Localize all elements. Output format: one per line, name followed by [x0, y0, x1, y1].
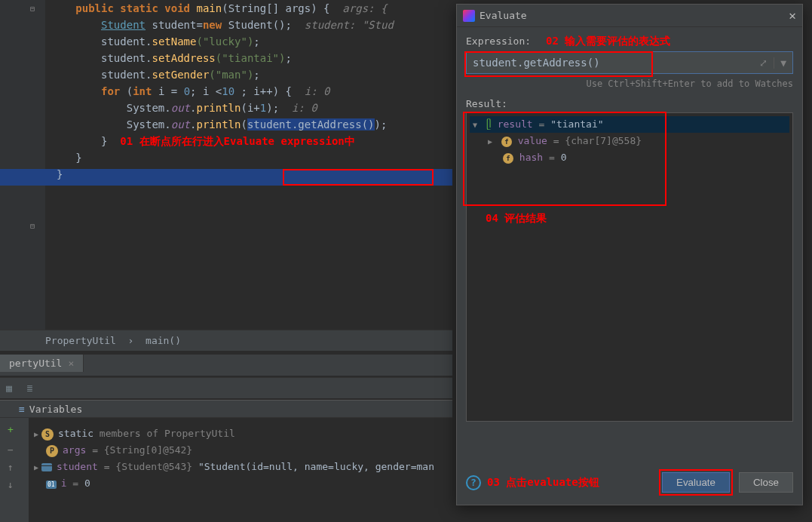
code-line[interactable]: } [57, 149, 452, 166]
add-watch-icon[interactable]: + [0, 418, 29, 441]
down-icon[interactable]: ↓ [0, 476, 29, 493]
annotation-box-02 [464, 51, 653, 77]
annotation-02: 02 输入需要评估的表达式 [546, 35, 670, 48]
annotation-03: 03 点击evaluate按钮 [487, 476, 599, 490]
vars-icon: ≡ [19, 404, 25, 415]
close-button[interactable]: Close [739, 472, 793, 493]
annotation-box-04 [463, 112, 666, 206]
dialog-titlebar[interactable]: Evaluate ✕ [457, 5, 802, 27]
debug-toolbar: ▦ ≣ [0, 377, 452, 398]
vars-sidebar: + − ↑ ↓ [0, 418, 29, 522]
editor-gutter: ⊟ ⊟ [0, 0, 45, 330]
breadcrumb[interactable]: PropertyUtil › main() [0, 330, 452, 351]
remove-watch-icon[interactable]: − [0, 441, 29, 459]
code-line[interactable]: } 01 在断点所在行进入Evaluate expression中 [57, 133, 452, 149]
chevron-down-icon[interactable]: ▼ [774, 57, 786, 69]
variables-header[interactable]: ≡Variables [0, 400, 452, 418]
annotation-box-03: Evaluate [659, 469, 733, 496]
breadcrumb-class[interactable]: PropertyUtil [45, 335, 116, 346]
result-label: Result: [466, 98, 793, 109]
dialog-footer: ? 03 点击evaluate按钮 Evaluate Close [466, 469, 793, 496]
evaluate-dialog: Evaluate ✕ Expression: 02 输入需要评估的表达式 ⤢ ▼… [456, 4, 803, 505]
code-line[interactable]: public static void main(String[] args) {… [57, 0, 452, 17]
code-line[interactable]: System.out.println(i+1); i: 0 [57, 100, 452, 116]
annotation-01: 01 在断点所在行进入Evaluate expression中 [120, 135, 354, 147]
code-line[interactable]: Student student=new Student(); student: … [57, 17, 452, 33]
tab-propertyutil[interactable]: pertyUtil× [0, 355, 84, 372]
evaluate-button[interactable]: Evaluate [662, 472, 730, 493]
fold-icon[interactable]: ⊟ [30, 5, 35, 13]
tab-bar: pertyUtil× [0, 355, 452, 376]
code-editor[interactable]: ⊟ ⊟ public static void main(String[] arg… [0, 0, 452, 330]
dialog-title: Evaluate [480, 5, 789, 27]
annotation-box-01 [283, 169, 434, 186]
stack-icon[interactable]: ≣ [27, 382, 33, 394]
intellij-icon [463, 10, 475, 22]
code-line[interactable]: for (int i = 0; i <10 ; i++) { i: 0 [57, 83, 452, 100]
help-icon[interactable]: ? [466, 475, 481, 490]
code-line[interactable]: student.setAddress("tiantai"); [57, 50, 452, 66]
expand-icon[interactable]: ⤢ [759, 57, 768, 69]
breadcrumb-method[interactable]: main() [146, 335, 181, 346]
close-icon[interactable]: ✕ [789, 5, 796, 27]
code-content: public static void main(String[] args) {… [57, 0, 452, 183]
code-line[interactable]: student.setName("lucky"); [57, 33, 452, 50]
hint-text: Use Ctrl+Shift+Enter to add to Watches [466, 78, 793, 89]
code-line-highlighted[interactable]: System.out.println(student.getAddress())… [57, 116, 452, 133]
code-line[interactable]: student.setGender("man"); [57, 66, 452, 83]
calc-icon[interactable]: ▦ [6, 382, 12, 394]
up-icon[interactable]: ↑ [0, 459, 29, 476]
annotation-04: 04 评估结果 [486, 212, 547, 226]
expression-label: Expression: [466, 35, 531, 47]
close-tab-icon[interactable]: × [68, 358, 74, 369]
fold-end-icon[interactable]: ⊟ [30, 222, 35, 230]
